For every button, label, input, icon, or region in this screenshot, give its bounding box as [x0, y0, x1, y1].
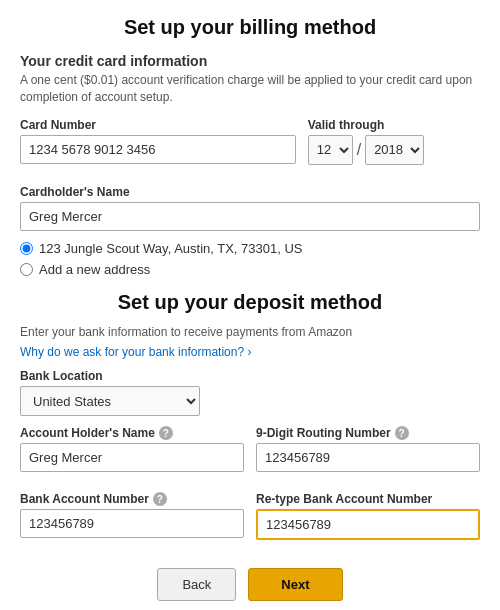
account-number-row: Bank Account Number ? Re-type Bank Accou…: [20, 492, 480, 550]
billing-title: Set up your billing method: [20, 16, 480, 39]
buttons-row: Back Next: [20, 568, 480, 601]
bank-location-select[interactable]: United States United Kingdom Canada: [20, 386, 200, 416]
account-holder-label: Account Holder's Name: [20, 426, 155, 440]
retype-label-group: Re-type Bank Account Number: [256, 492, 480, 506]
billing-section-desc: A one cent ($0.01) account verification …: [20, 72, 480, 106]
address-new-radio[interactable]: [20, 263, 33, 276]
card-number-input[interactable]: [20, 135, 296, 164]
retype-account-group: Re-type Bank Account Number: [256, 492, 480, 540]
cardholder-group: Cardholder's Name: [20, 185, 480, 231]
billing-section-title: Your credit card information: [20, 53, 480, 69]
routing-help-icon[interactable]: ?: [395, 426, 409, 440]
routing-label: 9-Digit Routing Number: [256, 426, 391, 440]
bank-account-label: Bank Account Number: [20, 492, 149, 506]
bank-location-label: Bank Location: [20, 369, 480, 383]
card-valid-row: Card Number Valid through 12 123 456 789…: [20, 118, 480, 175]
cardholder-input[interactable]: [20, 202, 480, 231]
month-select[interactable]: 12 123 456 789 1011: [308, 135, 353, 165]
routing-number-group: 9-Digit Routing Number ?: [256, 426, 480, 472]
retype-label: Re-type Bank Account Number: [256, 492, 432, 506]
valid-through-group: Valid through 12 123 456 789 1011 / 2018…: [308, 118, 480, 165]
year-select[interactable]: 2018 20192020 20212022: [365, 135, 424, 165]
retype-account-input[interactable]: [256, 509, 480, 540]
card-number-label: Card Number: [20, 118, 296, 132]
address-existing-radio[interactable]: [20, 242, 33, 255]
cardholder-label: Cardholder's Name: [20, 185, 480, 199]
card-number-group: Card Number: [20, 118, 296, 165]
bank-info-link[interactable]: Why do we ask for your bank information?…: [20, 345, 251, 359]
account-routing-row: Account Holder's Name ? 9-Digit Routing …: [20, 426, 480, 482]
account-holder-input[interactable]: [20, 443, 244, 472]
deposit-section: Enter your bank information to receive p…: [20, 324, 480, 551]
account-holder-label-group: Account Holder's Name ?: [20, 426, 244, 440]
account-holder-help-icon[interactable]: ?: [159, 426, 173, 440]
routing-label-group: 9-Digit Routing Number ?: [256, 426, 480, 440]
billing-section: Your credit card information A one cent …: [20, 53, 480, 277]
bank-account-input[interactable]: [20, 509, 244, 538]
bank-location-group: Bank Location United States United Kingd…: [20, 369, 480, 416]
valid-through-inner: 12 123 456 789 1011 / 2018 20192020 2021…: [308, 135, 480, 165]
deposit-section-desc: Enter your bank information to receive p…: [20, 324, 480, 341]
address-existing-label: 123 Jungle Scout Way, Austin, TX, 73301,…: [39, 241, 303, 256]
address-existing-radio-group: 123 Jungle Scout Way, Austin, TX, 73301,…: [20, 241, 480, 256]
slash-divider: /: [357, 141, 361, 159]
bank-account-label-group: Bank Account Number ?: [20, 492, 244, 506]
bank-account-help-icon[interactable]: ?: [153, 492, 167, 506]
deposit-title: Set up your deposit method: [20, 291, 480, 314]
address-new-label: Add a new address: [39, 262, 150, 277]
valid-through-label: Valid through: [308, 118, 480, 132]
routing-number-input[interactable]: [256, 443, 480, 472]
next-button[interactable]: Next: [248, 568, 342, 601]
back-button[interactable]: Back: [157, 568, 236, 601]
address-new-radio-group: Add a new address: [20, 262, 480, 277]
bank-account-number-group: Bank Account Number ?: [20, 492, 244, 540]
account-holder-group: Account Holder's Name ?: [20, 426, 244, 472]
